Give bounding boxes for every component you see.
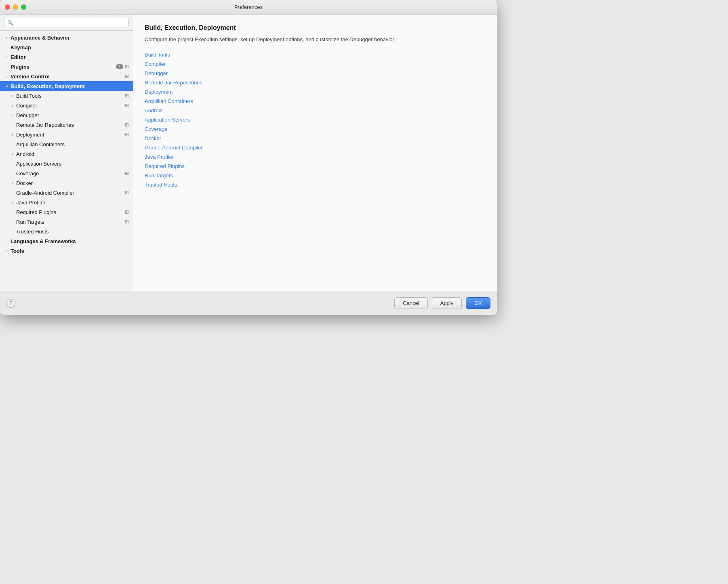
apply-button[interactable]: Apply [432,297,462,309]
sidebar-item-arquillian-containers[interactable]: Arquillian Containers [0,139,133,149]
build-tools-link[interactable]: Build Tools [145,52,486,58]
compiler-link[interactable]: Compiler [145,61,486,67]
content-body: Build, Execution, Deployment Configure t… [133,15,497,291]
chevron-icon: › [10,103,15,108]
sidebar-item-label: Languages & Frameworks [11,238,129,244]
sidebar-item-keymap[interactable]: Keymap [0,42,133,52]
sidebar-item-label: Java Profiler [16,200,129,206]
java-profiler-link[interactable]: Java Profiler [145,154,486,160]
sidebar-item-remote-jar-repositories[interactable]: Remote Jar Repositories⊞ [0,120,133,130]
sidebar-item-label: Coverage [16,170,123,176]
sidebar-item-required-plugins[interactable]: Required Plugins⊞ [0,207,133,217]
settings-icon: ⊞ [125,190,129,195]
settings-icon: ⊞ [125,64,129,69]
docker-link[interactable]: Docker [145,135,486,141]
deployment-link[interactable]: Deployment [145,89,486,95]
sidebar-item-label: Arquillian Containers [16,141,129,147]
chevron-icon: › [10,132,15,137]
sidebar-item-gradle-android-compiler[interactable]: Gradle-Android Compiler⊞ [0,188,133,197]
sidebar-item-label: Gradle-Android Compiler [16,190,123,196]
settings-icon: ⊞ [125,209,129,215]
sidebar-item-label: Plugins [11,64,116,70]
bottom-right: Cancel Apply OK [394,297,490,309]
close-button[interactable] [5,4,10,10]
minimize-button[interactable] [13,4,18,10]
chevron-icon: › [4,36,10,40]
chevron-icon: › [4,239,10,244]
sidebar-item-label: Editor [11,54,129,60]
maximize-button[interactable] [21,4,26,10]
chevron-icon: › [10,200,15,205]
title-bar: Preferences [0,0,497,15]
settings-icon: ⊞ [125,170,129,176]
chevron-icon: › [10,94,15,98]
search-bar: 🔍 [0,15,133,31]
android-link[interactable]: Android [145,107,486,113]
gradle-android-compiler-link[interactable]: Gradle-Android Compiler [145,145,486,151]
sidebar-item-java-profiler[interactable]: ›Java Profiler [0,197,133,207]
sidebar-item-run-targets[interactable]: Run Targets⊞ [0,217,133,227]
sidebar-item-label: Application Servers [16,161,129,167]
sidebar-item-compiler[interactable]: ›Compiler⊞ [0,101,133,110]
trusted-hosts-link[interactable]: Trusted Hosts [145,182,486,188]
sidebar-item-label: Compiler [16,103,123,109]
sidebar-item-trusted-hosts[interactable]: Trusted Hosts [0,227,133,236]
sidebar-item-label: Android [16,151,129,157]
sidebar-item-plugins[interactable]: Plugins1⊞ [0,62,133,71]
chevron-icon: › [10,181,15,185]
sidebar-item-label: Docker [16,180,129,186]
sidebar-item-build-tools[interactable]: ›Build Tools⊞ [0,91,133,101]
sidebar: 🔍 ›Appearance & BehaviorKeymap›EditorPlu… [0,15,133,291]
sidebar-item-label: Appearance & Behavior [11,35,129,41]
sidebar-item-docker[interactable]: ›Docker [0,178,133,188]
arquillian-containers-link[interactable]: Arquillian Containers [145,98,486,104]
sidebar-item-languages-frameworks[interactable]: ›Languages & Frameworks [0,236,133,246]
required-plugins-link[interactable]: Required Plugins [145,163,486,169]
chevron-icon: ▾ [4,84,10,88]
run-targets-link[interactable]: Run Targets [145,172,486,179]
sidebar-item-editor[interactable]: ›Editor [0,52,133,62]
chevron-icon: › [10,152,15,156]
sidebar-item-coverage[interactable]: Coverage⊞ [0,168,133,178]
sidebar-nav: ›Appearance & BehaviorKeymap›EditorPlugi… [0,31,133,291]
settings-icon: ⊞ [125,122,129,128]
remote-jar-repositories-link[interactable]: Remote Jar Repositories [145,80,486,86]
cancel-button[interactable]: Cancel [394,297,427,309]
chevron-icon: › [4,74,10,79]
sidebar-item-label: Run Targets [16,219,123,225]
chevron-icon: › [10,113,15,118]
settings-icon: ⊞ [125,219,129,225]
sidebar-item-label: Remote Jar Repositories [16,122,123,128]
bottom-bar: ? Cancel Apply OK [0,291,497,315]
application-servers-link[interactable]: Application Servers [145,117,486,123]
sidebar-item-appearance-behavior[interactable]: ›Appearance & Behavior [0,33,133,42]
debugger-link[interactable]: Debugger [145,70,486,76]
sidebar-item-label: Required Plugins [16,209,123,215]
content-description: Configure the project Execution settings… [145,36,427,44]
ok-button[interactable]: OK [466,297,490,309]
sidebar-item-label: Version Control [11,74,123,80]
settings-icon: ⊞ [125,132,129,137]
search-input[interactable] [15,19,126,25]
chevron-icon: › [4,55,10,59]
coverage-link[interactable]: Coverage [145,126,486,132]
badge: 1 [116,64,123,69]
settings-icon: ⊞ [125,74,129,79]
bottom-left: ? [6,299,15,308]
traffic-lights [5,4,26,10]
settings-icon: ⊞ [125,93,129,99]
content-links: Build ToolsCompilerDebuggerRemote Jar Re… [145,52,486,188]
sidebar-item-deployment[interactable]: ›Deployment⊞ [0,130,133,139]
sidebar-item-android[interactable]: ›Android [0,149,133,159]
search-icon: 🔍 [7,20,13,25]
sidebar-item-label: Tools [11,248,129,254]
sidebar-item-label: Trusted Hosts [16,229,129,235]
sidebar-item-application-servers[interactable]: Application Servers [0,159,133,168]
sidebar-item-tools[interactable]: ›Tools [0,246,133,256]
sidebar-item-build-execution-deployment[interactable]: ▾Build, Execution, Deployment [0,81,133,91]
help-button[interactable]: ? [6,299,15,308]
sidebar-item-debugger[interactable]: ›Debugger [0,110,133,120]
sidebar-item-label: Debugger [16,112,129,118]
sidebar-item-version-control[interactable]: ›Version Control⊞ [0,71,133,81]
search-wrapper[interactable]: 🔍 [4,18,129,27]
